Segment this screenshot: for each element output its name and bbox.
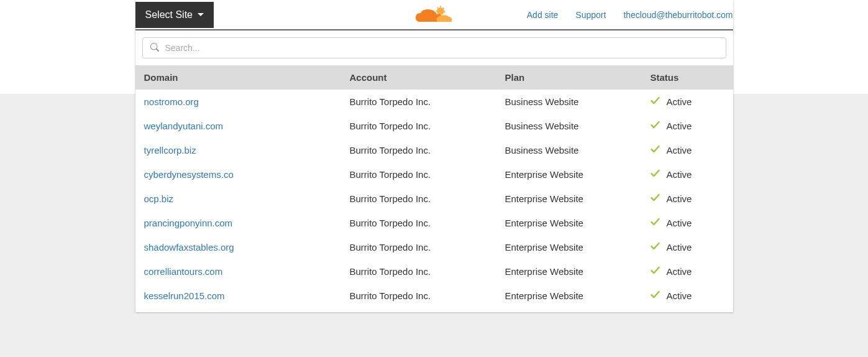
table-row: shadowfaxstables.org Burrito Torpedo Inc… [135, 235, 733, 259]
plan-cell: Business Website [505, 96, 651, 107]
account-cell: Burrito Torpedo Inc. [350, 290, 505, 301]
plan-cell: Enterprise Website [505, 193, 651, 204]
account-cell: Burrito Torpedo Inc. [350, 266, 505, 277]
account-cell: Burrito Torpedo Inc. [350, 121, 505, 131]
status-cell: Active [651, 169, 726, 180]
topbar: Select Site [135, 0, 733, 29]
status-cell: Active [651, 266, 726, 277]
search-input[interactable] [165, 43, 718, 53]
chevron-down-icon [198, 13, 204, 16]
status-cell: Active [651, 218, 726, 228]
search-icon [150, 43, 159, 53]
table-row: cyberdynesystems.co Burrito Torpedo Inc.… [135, 162, 733, 187]
status-text: Active [667, 96, 692, 107]
check-icon [651, 193, 660, 204]
account-cell: Burrito Torpedo Inc. [350, 193, 505, 204]
table-header: Domain Account Plan Status [135, 65, 733, 90]
status-text: Active [667, 193, 692, 204]
status-cell: Active [651, 145, 726, 155]
domain-link[interactable]: prancingponyinn.com [144, 218, 233, 228]
select-site-button[interactable]: Select Site [135, 2, 214, 28]
table-row: tyrellcorp.biz Burrito Torpedo Inc. Busi… [135, 138, 733, 162]
table-row: weylandyutani.com Burrito Torpedo Inc. B… [135, 114, 733, 138]
status-text: Active [667, 121, 692, 131]
plan-cell: Enterprise Website [505, 290, 651, 301]
status-text: Active [667, 242, 692, 253]
plan-cell: Enterprise Website [505, 266, 651, 277]
check-icon [651, 96, 660, 107]
domain-link[interactable]: kesselrun2015.com [144, 290, 225, 301]
status-text: Active [667, 169, 692, 180]
plan-cell: Enterprise Website [505, 169, 651, 180]
status-text: Active [667, 218, 692, 228]
table-row: kesselrun2015.com Burrito Torpedo Inc. E… [135, 284, 733, 312]
table-row: correlliantours.com Burrito Torpedo Inc.… [135, 259, 733, 284]
status-cell: Active [651, 242, 726, 253]
domain-link[interactable]: cyberdynesystems.co [144, 169, 234, 180]
header-domain: Domain [143, 72, 350, 83]
account-cell: Burrito Torpedo Inc. [350, 242, 505, 253]
cloudflare-logo [414, 4, 454, 25]
check-icon [651, 145, 660, 155]
domain-link[interactable]: ocp.biz [144, 193, 174, 204]
svg-rect-3 [440, 6, 441, 7]
check-icon [651, 242, 660, 253]
user-email-link[interactable]: thecloud@theburritobot.com [623, 10, 733, 20]
domain-link[interactable]: shadowfaxstables.org [144, 242, 234, 253]
search-box[interactable] [142, 37, 726, 58]
status-text: Active [667, 266, 692, 277]
plan-cell: Enterprise Website [505, 218, 651, 228]
add-site-link[interactable]: Add site [527, 10, 559, 20]
domain-link[interactable]: tyrellcorp.biz [144, 145, 196, 155]
status-cell: Active [651, 121, 726, 131]
support-link[interactable]: Support [575, 10, 606, 20]
domain-link[interactable]: nostromo.org [144, 96, 199, 107]
check-icon [651, 121, 660, 131]
domain-link[interactable]: weylandyutani.com [144, 121, 224, 131]
status-cell: Active [651, 193, 726, 204]
plan-cell: Business Website [505, 145, 651, 155]
domain-link[interactable]: correlliantours.com [144, 266, 223, 277]
account-cell: Burrito Torpedo Inc. [350, 169, 505, 180]
header-plan: Plan [505, 72, 651, 83]
status-text: Active [667, 290, 692, 301]
check-icon [651, 169, 660, 180]
account-cell: Burrito Torpedo Inc. [350, 145, 505, 155]
table-row: ocp.biz Burrito Torpedo Inc. Enterprise … [135, 187, 733, 211]
table-row: nostromo.org Burrito Torpedo Inc. Busine… [135, 90, 733, 114]
plan-cell: Enterprise Website [505, 242, 651, 253]
check-icon [651, 290, 660, 301]
check-icon [651, 266, 660, 277]
account-cell: Burrito Torpedo Inc. [350, 218, 505, 228]
table-row: prancingponyinn.com Burrito Torpedo Inc.… [135, 211, 733, 235]
plan-cell: Business Website [505, 121, 651, 131]
header-status: Status [651, 72, 726, 83]
status-cell: Active [651, 290, 726, 301]
header-account: Account [350, 72, 505, 83]
check-icon [651, 218, 660, 228]
status-text: Active [667, 145, 692, 155]
account-cell: Burrito Torpedo Inc. [350, 96, 505, 107]
select-site-label: Select Site [145, 9, 193, 21]
status-cell: Active [651, 96, 726, 107]
